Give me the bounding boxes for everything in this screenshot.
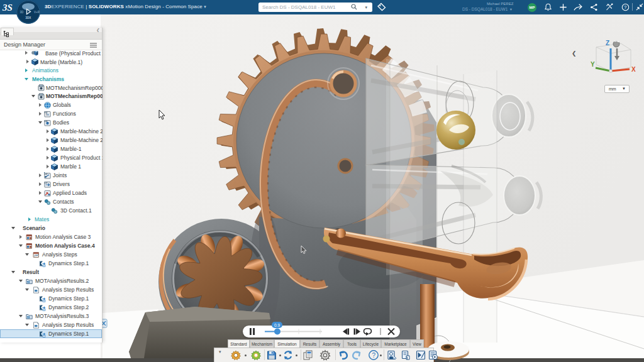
svg-text:0.9: 0.9 bbox=[274, 323, 280, 327]
svg-text:fx: fx bbox=[46, 112, 49, 116]
svg-text:?: ? bbox=[624, 4, 626, 10]
svg-text:V+R: V+R bbox=[34, 11, 40, 14]
svg-text:3S: 3S bbox=[2, 3, 13, 13]
svg-text:3D: 3D bbox=[20, 11, 25, 14]
svg-text:3DX: 3DX bbox=[26, 16, 31, 19]
svg-text:?: ? bbox=[372, 352, 376, 359]
svg-text:X: X bbox=[631, 66, 636, 73]
svg-text:Z: Z bbox=[606, 40, 609, 47]
svg-text:Y: Y bbox=[591, 61, 595, 68]
